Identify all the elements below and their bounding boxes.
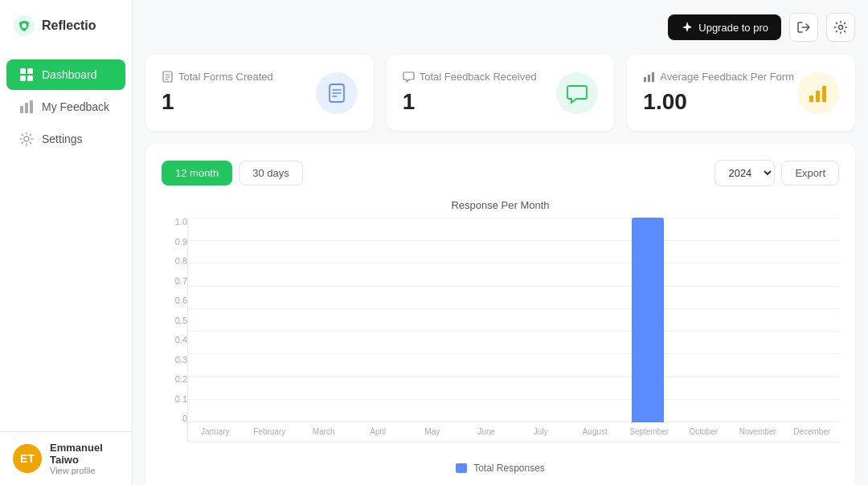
stat-card-total-forms: Total Forms Created 1 — [145, 55, 374, 131]
bar-september — [632, 218, 664, 422]
upgrade-button-label: Upgrade to pro — [698, 22, 768, 34]
avg-label-icon — [643, 71, 655, 83]
feedback-big-icon — [567, 83, 588, 104]
sidebar-item-my-feedback-label: My Feedback — [42, 100, 109, 113]
x-label-october: October — [677, 422, 731, 442]
stat-left-forms: Total Forms Created 1 — [162, 71, 273, 115]
bar-icon — [19, 100, 34, 114]
svg-rect-24 — [822, 86, 826, 102]
svg-rect-20 — [648, 75, 650, 82]
svg-point-9 — [24, 137, 29, 141]
forms-icon-circle — [316, 72, 358, 114]
stat-left-avg: Average Feedback Per Form 1.00 — [643, 71, 794, 115]
gear-icon — [19, 132, 34, 146]
svg-rect-3 — [27, 68, 33, 74]
x-label-june: June — [460, 422, 514, 442]
settings-button[interactable] — [826, 13, 855, 42]
x-label-january: January — [188, 422, 243, 442]
bar-group-january — [191, 218, 245, 422]
svg-rect-19 — [644, 77, 646, 82]
feedback-label-text: Total Feedback Received — [420, 71, 537, 83]
sidebar-item-dashboard[interactable]: Dashboard — [6, 59, 125, 90]
user-name: Emmanuel Taiwo — [50, 442, 119, 466]
bar-group-june — [460, 218, 514, 422]
y-label-01: 0.1 — [162, 395, 187, 404]
bar-group-september — [621, 218, 675, 422]
svg-rect-2 — [20, 68, 26, 74]
avg-icon-circle — [797, 72, 839, 114]
avatar: ET — [13, 444, 42, 473]
x-label-february: February — [243, 422, 297, 442]
logout-button[interactable] — [789, 13, 818, 42]
bar-group-november — [728, 218, 782, 422]
upgrade-button[interactable]: Upgrade to pro — [668, 14, 781, 40]
bar-group-may — [406, 218, 460, 422]
period-30days-button[interactable]: 30 days — [239, 161, 303, 185]
svg-point-10 — [839, 26, 843, 30]
svg-point-1 — [22, 23, 27, 28]
y-label-06: 0.6 — [162, 296, 187, 305]
chart-title: Response Per Month — [162, 199, 839, 211]
stat-label-feedback: Total Feedback Received — [403, 71, 537, 83]
forms-value: 1 — [162, 89, 273, 115]
sidebar-item-settings-label: Settings — [42, 132, 83, 145]
x-label-march: March — [297, 422, 351, 442]
x-label-august: August — [568, 422, 623, 442]
app-name: Reflectio — [42, 18, 96, 33]
legend-label: Total Responses — [473, 463, 545, 474]
bar-group-august — [567, 218, 621, 422]
y-label-10: 1.0 — [162, 218, 187, 226]
logout-icon — [796, 20, 811, 35]
sidebar: Reflectio Dashboard My Feedback — [0, 0, 133, 485]
chart-controls-right: 2024 2023 2022 Export — [714, 160, 839, 186]
bar-group-april — [352, 218, 406, 422]
sidebar-item-dashboard-label: Dashboard — [42, 68, 97, 81]
feedback-icon-circle — [556, 72, 598, 114]
bar-group-march — [299, 218, 353, 422]
stat-card-avg-feedback: Average Feedback Per Form 1.00 — [627, 55, 855, 131]
legend-dot — [456, 463, 467, 473]
svg-rect-5 — [27, 75, 33, 81]
y-label-04: 0.4 — [162, 336, 187, 344]
app-logo: Reflectio — [0, 0, 132, 51]
settings-icon — [833, 20, 848, 35]
chart-bars — [188, 218, 839, 422]
y-label-08: 0.8 — [162, 257, 187, 266]
x-label-april: April — [351, 422, 406, 442]
svg-rect-21 — [652, 72, 654, 82]
sidebar-item-my-feedback[interactable]: My Feedback — [6, 92, 125, 122]
stat-card-total-feedback: Total Feedback Received 1 — [387, 55, 615, 131]
logo-icon — [13, 14, 35, 37]
feedback-label-icon — [403, 71, 415, 83]
period-12month-button[interactable]: 12 month — [162, 161, 232, 185]
view-profile-link[interactable]: View profile — [50, 466, 119, 475]
svg-rect-23 — [816, 91, 820, 102]
avg-big-icon — [808, 83, 829, 104]
sparkle-icon — [681, 21, 694, 34]
export-button[interactable]: Export — [781, 161, 839, 185]
y-label-09: 0.9 — [162, 238, 187, 247]
avg-label-text: Average Feedback Per Form — [660, 71, 794, 83]
y-label-05: 0.5 — [162, 316, 187, 325]
chart-body: JanuaryFebruaryMarchAprilMayJuneJulyAugu… — [187, 218, 839, 442]
bar-group-october — [674, 218, 728, 422]
x-label-november: November — [731, 422, 785, 442]
stat-label-avg: Average Feedback Per Form — [643, 71, 794, 83]
chart-wrap: Response Per Month 1.0 0.9 0.8 0.7 0.6 0… — [162, 199, 839, 456]
avg-value: 1.00 — [643, 89, 794, 115]
stat-left-feedback: Total Feedback Received 1 — [403, 71, 537, 115]
x-labels: JanuaryFebruaryMarchAprilMayJuneJulyAugu… — [188, 422, 839, 442]
x-label-september: September — [622, 422, 677, 442]
y-label-0: 0 — [162, 414, 187, 423]
chart-legend: Total Responses — [162, 463, 839, 474]
chart-y-axis: 1.0 0.9 0.8 0.7 0.6 0.5 0.4 0.3 0.2 0.1 … — [162, 218, 187, 442]
bar-group-july — [514, 218, 567, 422]
stats-row: Total Forms Created 1 T — [145, 55, 855, 131]
year-select[interactable]: 2024 2023 2022 — [714, 160, 775, 186]
x-label-may: May — [405, 422, 460, 442]
grid-icon — [19, 67, 34, 82]
user-info: Emmanuel Taiwo View profile — [50, 442, 119, 475]
sidebar-item-settings[interactable]: Settings — [6, 124, 125, 154]
top-bar: Upgrade to pro — [145, 13, 855, 42]
sidebar-nav: Dashboard My Feedback Settings — [0, 51, 132, 431]
